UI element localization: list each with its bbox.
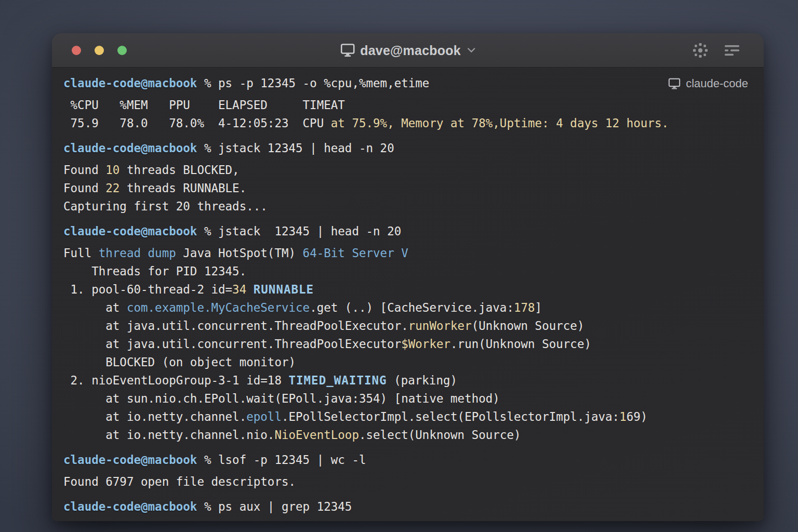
terminal-text-segment: Java HotSpot(TM)	[176, 246, 303, 260]
terminal-text-segment: thread dump	[99, 246, 176, 260]
terminal-text-segment: BLOCKED (on object monitor)	[63, 355, 296, 369]
terminal-text-segment: claude-code@macbook	[63, 224, 197, 238]
terminal-text-segment: Found 6797 open file descriptors.	[63, 475, 296, 488]
terminal-text-segment: claude-code@macbook	[63, 453, 197, 467]
terminal-text-segment: % ps aux | grep 12345	[197, 500, 352, 513]
terminal-text-segment: at io.netty.channel.nio.	[63, 428, 274, 442]
titlebar-actions	[692, 42, 740, 59]
terminal-line: claude-code@macbook % jstack 12345 | hea…	[63, 222, 752, 241]
terminal-text-segment: at java.util.concurrent.ThreadPoolExecut…	[63, 319, 408, 332]
terminal-line: Full thread dump Java HotSpot(TM) 64-Bit…	[63, 244, 752, 262]
terminal-text-segment: (parking)	[387, 374, 457, 387]
terminal-text-segment: NioEventLoop	[274, 428, 359, 442]
terminal-text-segment: 1. pool-60-thread-2 id=	[63, 283, 232, 296]
titlebar[interactable]: dave@macbook	[52, 33, 764, 68]
terminal-line: claude-code@macbook % jstack 12345 | hea…	[63, 139, 752, 157]
terminal-text-segment: RUNNABLE	[254, 283, 314, 296]
terminal-text-segment: 2. nioEventLoopGroup-3-1 id=18	[63, 374, 288, 387]
terminal-line: at io.netty.channel.nio.NioEventLoop.sel…	[63, 426, 752, 444]
window-title: dave@macbook	[360, 43, 461, 58]
terminal-text-segment: % jstack 12345 | head -n 20	[197, 141, 394, 155]
terminal-text-segment: at io.netty.channel.	[63, 410, 246, 423]
terminal-text-segment: Capturing first 20 threads...	[63, 200, 268, 213]
terminal-output[interactable]: claude-code claude-code@macbook % ps -p …	[52, 68, 764, 521]
minimize-button[interactable]	[95, 46, 104, 55]
monitor-icon	[668, 78, 681, 89]
terminal-text-segment: .EPollSelectorImpl.select(EPollslectorIm…	[282, 410, 619, 423]
terminal-line: 75.9 78.0 78.0% 4-12:05:23 CPU at 75.9%,…	[63, 114, 752, 132]
terminal-line: Capturing first 20 threads...	[63, 197, 752, 216]
terminal-text-segment: (Unknown Source)	[472, 319, 584, 332]
terminal-text-segment: TIMED_WAITING	[288, 374, 387, 387]
terminal-line: Found 10 threads BLOCKED,	[63, 161, 752, 179]
close-button[interactable]	[72, 46, 81, 55]
terminal-text-segment: 34	[232, 283, 246, 296]
terminal-text-segment: 10	[105, 163, 119, 177]
terminal-line: at com.example.MyCacheService.get (..) […	[63, 299, 752, 317]
terminal-text-segment: claude-code@macbook	[63, 141, 197, 155]
terminal-text-segment: threads RUNNABLE.	[119, 181, 246, 195]
session-badge: claude-code	[668, 77, 748, 90]
terminal-text-segment: .get (..) [CacheService.java:	[310, 301, 514, 314]
terminal-text-segment: 178	[514, 301, 535, 314]
terminal-text-segment: $Worker	[401, 337, 450, 351]
terminal-line: 2. nioEventLoopGroup-3-1 id=18 TIMED_WAI…	[63, 371, 752, 390]
terminal-line: claude-code@macbook % ps -p 12345 -o %cp…	[63, 74, 752, 92]
terminal-line: %CPU %MEM PPU ELAPSED TIMEAT	[63, 96, 752, 114]
chevron-down-icon	[467, 47, 475, 54]
terminal-text-segment: % lsof -p 12345 | wc -l	[197, 453, 366, 467]
terminal-line: at io.netty.channel.epoll.EPollSelectorI…	[63, 408, 752, 426]
session-badge-label: claude-code	[686, 77, 748, 90]
terminal-text-segment: 75.9 78.0 78.0% 4-12:05:23 CPU	[63, 116, 331, 130]
terminal-text-segment: 22	[105, 181, 119, 195]
terminal-text-segment: ]	[535, 301, 542, 314]
terminal-text-segment: %CPU %MEM PPU ELAPSED TIMEAT	[63, 98, 345, 112]
terminal-line: claude-code@macbook % ps aux | grep 1234…	[63, 498, 752, 516]
terminal-line: BLOCKED (on object monitor)	[63, 353, 752, 371]
terminal-text-segment: at	[63, 301, 127, 314]
terminal-text-segment: at sun.nio.ch.EPoll.wait(EPoll.java:354)…	[63, 392, 500, 405]
terminal-line: Found 22 threads RUNNABLE.	[63, 179, 752, 197]
window-title-group[interactable]: dave@macbook	[340, 43, 475, 58]
terminal-line: at java.util.concurrent.ThreadPoolExecut…	[63, 317, 752, 335]
monitor-icon	[340, 44, 355, 57]
terminal-text-segment: 1	[619, 410, 627, 423]
terminal-text-segment: at java.util.concurrent.ThreadPoolExecut…	[63, 337, 401, 351]
terminal-text-segment: Full	[63, 246, 99, 260]
terminal-text-segment: Found	[63, 163, 105, 177]
traffic-lights	[52, 46, 127, 55]
terminal-text-segment: epoll	[246, 410, 282, 423]
terminal-text-segment: .run(Unknown Source)	[450, 337, 591, 351]
terminal-line: 1. pool-60-thread-2 id=34 RUNNABLE	[63, 281, 752, 299]
terminal-text-segment: 64-Bit Server V	[303, 246, 408, 260]
terminal-text-segment: runWorker	[408, 319, 472, 332]
terminal-text-segment: % jstack 12345 | head -n 20	[197, 224, 401, 238]
terminal-text-segment: .select(Unknown Source)	[359, 428, 521, 442]
maximize-button[interactable]	[117, 46, 127, 55]
terminal-text-segment: Threads for PID 12345.	[63, 264, 246, 278]
terminal-line: Found 6797 open file descriptors.	[63, 473, 752, 491]
terminal-lines: claude-code@macbook % ps -p 12345 -o %cp…	[63, 74, 752, 516]
terminal-line: at java.util.concurrent.ThreadPoolExecut…	[63, 335, 752, 353]
terminal-text-segment: 69)	[627, 410, 648, 423]
terminal-line: claude-code@macbook % lsof -p 12345 | wc…	[63, 451, 752, 469]
terminal-text-segment: threads BLOCKED,	[119, 163, 239, 177]
session-list-icon[interactable]	[724, 45, 740, 56]
terminal-line: at sun.nio.ch.EPoll.wait(EPoll.java:354)…	[63, 390, 752, 408]
terminal-window: dave@macbook	[52, 33, 764, 521]
terminal-text-segment: at 75.9%, Memory at 78%,Uptime: 4 days 1…	[331, 116, 669, 130]
terminal-text-segment: claude-code@macbook	[63, 76, 197, 90]
settings-gear-icon[interactable]	[692, 42, 709, 59]
terminal-line: Threads for PID 12345.	[63, 262, 752, 281]
terminal-text-segment: claude-code@macbook	[63, 500, 197, 513]
terminal-text-segment	[246, 283, 254, 296]
terminal-text-segment: % ps -p 12345 -o %cpu,%mem,etime	[197, 76, 429, 90]
terminal-text-segment: Found	[63, 181, 105, 195]
terminal-text-segment: com.example.MyCacheService	[127, 301, 310, 314]
